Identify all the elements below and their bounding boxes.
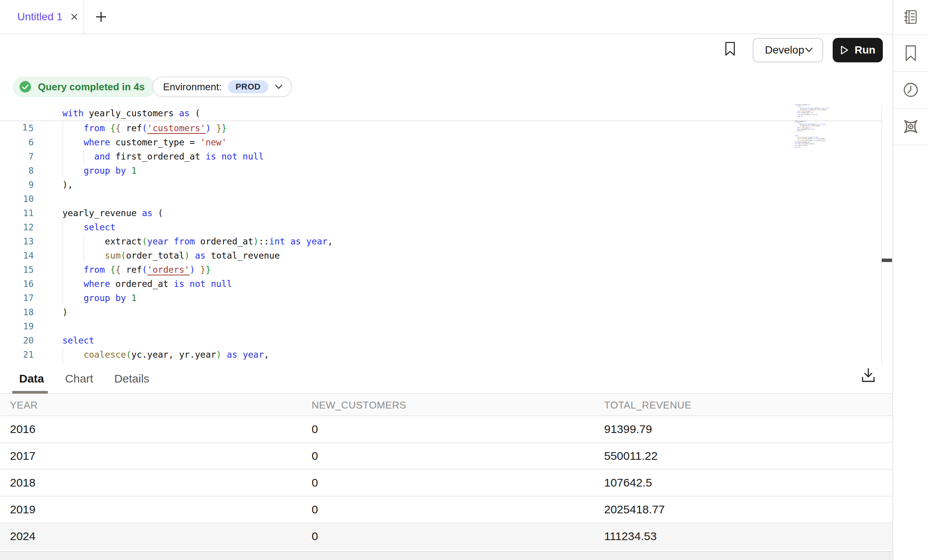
results-table-body: 2016091399.7920170550011.2220180107642.5… (0, 416, 892, 550)
sidebar-notebook-button[interactable] (893, 0, 928, 35)
code-lines: 5 from {{ ref('customers') }}6 where cus… (0, 121, 881, 364)
plus-icon (95, 11, 107, 23)
table-cell: 2024 (10, 523, 36, 549)
history-clock-icon (902, 81, 920, 99)
develop-label: Develop (765, 44, 804, 56)
line-number: 21 (0, 348, 34, 362)
code-line[interactable]: 14 sum(order_total) as total_revenue (0, 249, 881, 263)
close-tab-icon[interactable] (69, 12, 79, 22)
sticky-scroll-line[interactable]: 1 with yearly_customers as ( (0, 106, 881, 121)
table-cell: 111234.53 (604, 523, 657, 549)
table-cell: 0 (312, 416, 318, 442)
table-cell: 0 (312, 470, 318, 496)
line-number: 5 (0, 121, 34, 135)
app-window: Untitled 1 Develop Run Quer (0, 0, 928, 560)
code-line[interactable]: 17 group by 1 (0, 291, 881, 305)
line-number: 17 (0, 291, 34, 305)
environment-value-chip: PROD (228, 80, 268, 93)
minimap-content: with yearly_customers as ( select extrac… (795, 104, 831, 148)
run-button[interactable]: Run (833, 38, 883, 62)
environment-selector[interactable]: Environment: PROD (152, 77, 292, 97)
query-status-badge: Query completed in 4s (13, 77, 155, 97)
results-tab-details[interactable]: Details (114, 372, 149, 385)
results-tab-chart[interactable]: Chart (65, 372, 93, 385)
table-cell: 550011.22 (604, 443, 658, 469)
line-number: 20 (0, 334, 34, 348)
line-number: 19 (0, 319, 34, 334)
sql-editor[interactable]: 1 with yearly_customers as ( 5 from {{ r… (0, 106, 881, 364)
code-line[interactable]: 6 where customer_type = 'new' (0, 135, 881, 150)
code-line[interactable]: 15 from {{ ref('orders') }} (0, 263, 881, 277)
line-number: 11 (0, 206, 34, 220)
develop-dropdown[interactable]: Develop (753, 38, 823, 62)
code-line[interactable]: 19 (0, 319, 881, 334)
code-line[interactable]: 13 extract(year from ordered_at)::int as… (0, 234, 881, 249)
line-number: 9 (0, 178, 34, 192)
table-cell: 91399.79 (604, 416, 652, 442)
results-tab-bar: DataChartDetails (0, 364, 892, 394)
play-icon (840, 45, 849, 55)
run-label: Run (854, 44, 875, 56)
results-tab-data[interactable]: Data (19, 372, 44, 385)
code-line[interactable]: 21 coalesce(yc.year, yr.year) as year, (0, 348, 881, 362)
code-line[interactable]: 7 and first_ordered_at is not null (0, 150, 881, 164)
code-line: with yearly_customers as ( (62, 106, 200, 120)
table-cell: 0 (312, 497, 318, 523)
sidebar-history-button[interactable] (893, 72, 928, 109)
query-status-text: Query completed in 4s (38, 81, 145, 93)
horizontal-scrollbar[interactable] (0, 551, 892, 560)
column-header: NEW_CUSTOMERS (312, 395, 406, 415)
bookmark-button[interactable] (722, 40, 738, 58)
table-cell: 2016 (10, 416, 36, 442)
column-header: TOTAL_REVENUE (604, 395, 691, 415)
table-row: 20170550011.22 (0, 443, 892, 470)
table-row: 20240111234.53 (0, 523, 892, 550)
table-row: 20180107642.5 (0, 470, 892, 497)
table-cell: 2025418.77 (604, 497, 665, 523)
tab-title: Untitled 1 (17, 11, 62, 23)
code-line[interactable]: 9), (0, 178, 881, 192)
environment-label: Environment: (163, 81, 222, 93)
notebook-icon (902, 9, 919, 26)
code-line[interactable]: 20select (0, 334, 881, 348)
code-line[interactable]: 8 group by 1 (0, 164, 881, 178)
code-line[interactable]: 16 where ordered_at is not null (0, 277, 881, 291)
right-sidebar (892, 0, 928, 560)
active-tab-indicator (12, 391, 48, 394)
column-header: YEAR (10, 395, 38, 415)
dbt-logo-icon (901, 117, 920, 136)
code-line[interactable]: 12 select (0, 220, 881, 234)
code-line[interactable]: 5 from {{ ref('customers') }} (0, 121, 881, 135)
line-number: 15 (0, 263, 34, 277)
table-cell: 2018 (10, 470, 36, 496)
line-number: 6 (0, 135, 34, 150)
line-number: 14 (0, 249, 34, 263)
code-line[interactable]: 10 (0, 192, 881, 206)
line-number: 7 (0, 150, 34, 164)
editor-tab-bar: Untitled 1 (0, 0, 892, 34)
check-circle-icon (19, 80, 32, 93)
table-cell: 0 (312, 443, 318, 469)
table-cell: 2019 (10, 497, 36, 523)
line-number: 8 (0, 164, 34, 178)
code-minimap[interactable]: with yearly_customers as ( select extrac… (795, 104, 839, 156)
tab-untitled-1[interactable]: Untitled 1 (0, 0, 84, 34)
sidebar-dbt-button[interactable] (893, 109, 928, 145)
table-cell: 107642.5 (604, 470, 652, 496)
bookmark-icon (904, 44, 918, 62)
chevron-down-icon (804, 47, 814, 53)
scrollbar-position-marker[interactable] (882, 259, 892, 262)
code-line[interactable]: 18) (0, 305, 881, 319)
bookmark-icon (724, 41, 736, 57)
line-number: 16 (0, 277, 34, 291)
line-number: 13 (0, 234, 34, 249)
sidebar-bookmark-button[interactable] (893, 35, 928, 72)
line-number: 10 (0, 192, 34, 206)
editor-scrollbar-track[interactable] (881, 106, 892, 364)
new-tab-button[interactable] (85, 0, 117, 34)
code-line[interactable]: 11yearly_revenue as ( (0, 206, 881, 220)
download-results-button[interactable] (858, 365, 879, 386)
table-cell: 0 (312, 523, 318, 549)
code-line: order by 1 (795, 147, 831, 148)
results-table-header: YEARNEW_CUSTOMERSTOTAL_REVENUE (0, 395, 892, 416)
